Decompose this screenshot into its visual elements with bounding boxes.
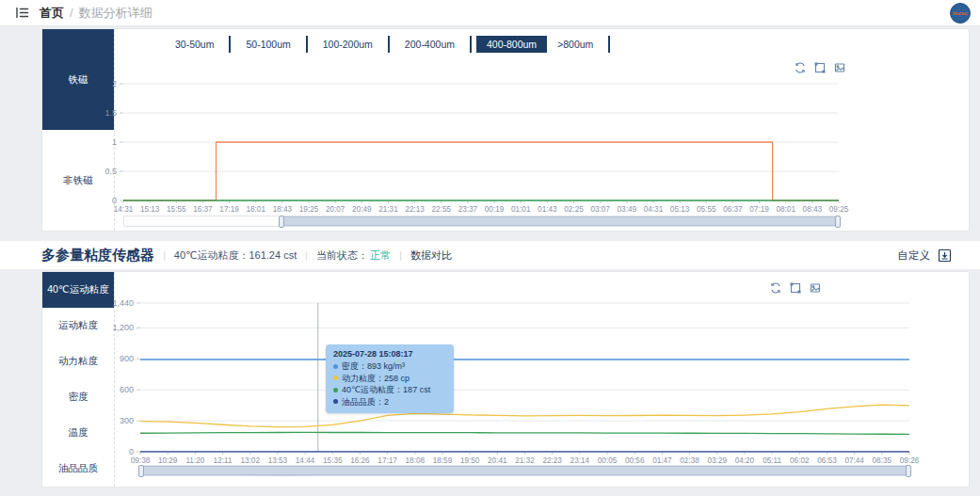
x-axis-label: 00:19 — [485, 205, 505, 214]
x-axis-label: 08:35 — [873, 456, 892, 465]
viscosity-chart[interactable]: 03006009001,2001,44009:3810:2911:2012:11… — [42, 272, 971, 488]
x-axis-label: 20:41 — [488, 456, 507, 465]
separator: | — [305, 249, 308, 261]
x-axis-label: 17:17 — [378, 456, 397, 465]
y-axis-label: 900 — [120, 354, 134, 363]
particle-chart[interactable]: 00.511.5214:3115:1315:5516:3717:1918:011… — [42, 29, 971, 232]
chart2-datazoom-slider[interactable] — [140, 465, 909, 476]
x-axis-label: 18:43 — [273, 205, 293, 214]
datazoom-handle-left[interactable] — [279, 216, 284, 228]
x-axis-label: 10:29 — [158, 456, 178, 465]
x-axis-label: 05:11 — [763, 456, 781, 465]
data-compare-link[interactable]: 数据对比 — [410, 248, 452, 263]
x-axis-label: 13:53 — [268, 456, 288, 465]
custom-button[interactable]: 自定义 — [898, 248, 931, 263]
x-axis-label: 01:43 — [538, 205, 557, 214]
x-axis-label: 06:02 — [790, 456, 810, 465]
x-axis-label: 14:44 — [296, 456, 315, 465]
x-axis-label: 11:20 — [185, 456, 204, 465]
x-axis-label: 00:05 — [598, 456, 618, 465]
x-axis-label: 18:08 — [406, 456, 426, 465]
x-axis-label: 03:49 — [618, 205, 637, 214]
series-dot — [333, 399, 338, 404]
x-axis-label: 09:38 — [131, 456, 151, 465]
x-axis-label: 01:47 — [652, 456, 672, 465]
viscosity-panel: 40℃运动粘度运动粘度动力粘度密度温度油品品质 03006009001,2001… — [41, 271, 970, 488]
y-axis-label: 1.5 — [104, 108, 117, 118]
x-axis-label: 05:55 — [697, 205, 716, 214]
topbar: 首页 / 数据分析详细 inzec — [0, 0, 980, 26]
viscosity-metric-value: 161.24 cst — [249, 249, 297, 261]
x-axis-label: 08:43 — [803, 205, 823, 214]
tooltip-text: 40℃运动粘度：187 cst — [342, 384, 430, 396]
x-axis-label: 04:20 — [735, 456, 755, 465]
x-axis-label: 16:26 — [350, 456, 370, 465]
x-axis-label: 18:01 — [246, 205, 265, 214]
chart1-datazoom-slider[interactable] — [123, 216, 839, 227]
y-axis-label: 0.5 — [104, 167, 117, 176]
chart-tooltip: 2025-07-28 15:08:17 密度：893 kg/m³动力粘度：258… — [326, 344, 454, 413]
status-label: 当前状态： — [316, 248, 368, 263]
x-axis-label: 01:01 — [511, 205, 531, 214]
x-axis-label: 12:11 — [214, 456, 233, 465]
x-axis-label: 21:32 — [515, 456, 535, 465]
export-icon[interactable] — [938, 248, 952, 263]
x-axis-label: 05:13 — [670, 205, 690, 214]
datazoom-selection[interactable] — [141, 466, 908, 475]
y-axis-label: 1,200 — [112, 323, 134, 332]
x-axis-label: 15:55 — [167, 205, 186, 214]
datazoom-selection[interactable] — [281, 216, 838, 226]
x-axis-label: 20:49 — [352, 205, 372, 214]
datazoom-handle-left[interactable] — [138, 465, 144, 477]
x-axis-label: 15:13 — [140, 205, 160, 214]
x-axis-label: 23:14 — [570, 456, 590, 465]
y-axis-label: 2 — [112, 79, 117, 88]
x-axis-label: 00:56 — [625, 456, 645, 465]
tooltip-row-0: 密度：893 kg/m³ — [333, 360, 446, 373]
tooltip-text: 动力粘度：258 cp — [342, 373, 410, 385]
y-axis-label: 0 — [112, 196, 117, 205]
tooltip-text: 密度：893 kg/m³ — [342, 360, 405, 373]
breadcrumb-current: 数据分析详细 — [79, 5, 153, 22]
x-axis-label: 21:31 — [378, 205, 398, 214]
separator: | — [163, 249, 166, 261]
app-root: 首页 / 数据分析详细 inzec 铁磁非铁磁 30-50um50-100um1… — [0, 0, 980, 496]
series-dot — [333, 388, 338, 392]
series-dot — [333, 376, 338, 380]
x-axis-label: 22:13 — [405, 205, 425, 214]
y-axis-label: 1,440 — [112, 298, 134, 308]
datazoom-handle-right[interactable] — [835, 216, 841, 228]
x-axis-label: 22:55 — [432, 205, 452, 214]
menu-collapse-icon[interactable] — [13, 5, 30, 22]
x-axis-label: 08:01 — [776, 205, 795, 214]
x-axis-label: 19:50 — [460, 456, 480, 465]
x-axis-label: 14:31 — [114, 205, 134, 214]
x-axis-label: 02:38 — [680, 456, 699, 465]
breadcrumb-home[interactable]: 首页 — [40, 5, 64, 22]
series-dot — [333, 364, 338, 369]
tooltip-text: 油品品质：2 — [342, 396, 389, 408]
tooltip-row-3: 油品品质：2 — [333, 396, 446, 408]
series-line-动力粘度 — [140, 405, 909, 427]
tooltip-row-1: 动力粘度：258 cp — [333, 373, 446, 385]
user-avatar[interactable]: inzec — [950, 3, 971, 24]
x-axis-label: 06:37 — [723, 205, 743, 214]
y-axis-label: 300 — [120, 416, 134, 425]
viscosity-metric-label: 40℃运动粘度： — [174, 248, 249, 263]
section-header-right: 自定义 — [898, 241, 953, 269]
x-axis-label: 09:25 — [829, 205, 849, 214]
y-axis-label: 600 — [120, 385, 134, 394]
x-axis-label: 03:29 — [708, 456, 728, 465]
y-axis-label: 0 — [129, 447, 134, 456]
viscosity-section-header: 多参量粘度传感器 | 40℃运动粘度： 161.24 cst | 当前状态： 正… — [0, 241, 980, 269]
x-axis-label: 13:02 — [240, 456, 260, 465]
tooltip-timestamp: 2025-07-28 15:08:17 — [333, 349, 446, 359]
x-axis-label: 07:44 — [844, 456, 864, 465]
x-axis-label: 07:19 — [749, 205, 769, 214]
x-axis-label: 17:19 — [219, 205, 239, 214]
x-axis-label: 03:07 — [590, 205, 610, 214]
x-axis-label: 18:59 — [433, 456, 453, 465]
avatar-logo-text: inzec — [953, 10, 968, 16]
datazoom-handle-right[interactable] — [906, 465, 911, 477]
x-axis-label: 04:31 — [644, 205, 664, 214]
